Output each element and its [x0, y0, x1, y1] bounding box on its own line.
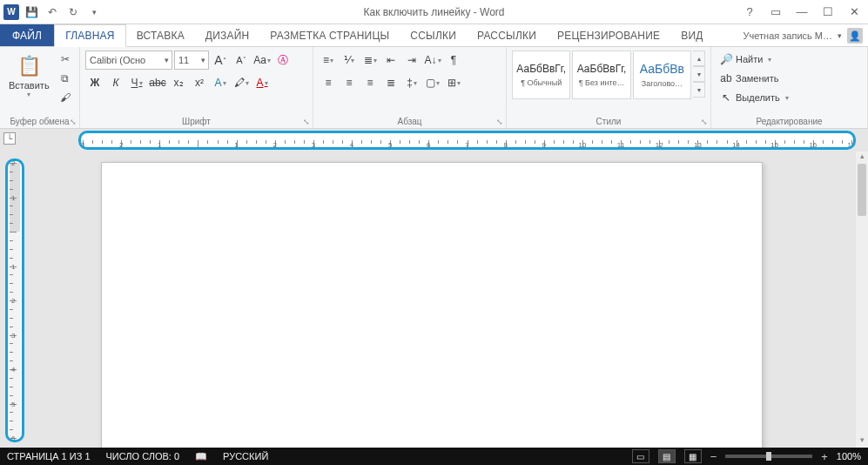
zoom-in-button[interactable]: +	[821, 450, 828, 463]
document-page[interactable]	[101, 162, 763, 448]
clear-formatting-icon[interactable]: Ⓐ	[273, 51, 293, 70]
undo-icon[interactable]: ↶	[44, 3, 61, 21]
zoom-out-button[interactable]: −	[710, 450, 717, 463]
tab-home[interactable]: ГЛАВНАЯ	[54, 24, 125, 47]
dialog-launcher-icon[interactable]: ⤡	[700, 118, 709, 126]
font-color-icon[interactable]: A	[252, 73, 272, 92]
align-left-icon[interactable]: ≡	[319, 73, 338, 92]
scroll-down-arrow[interactable]: ▾	[856, 435, 868, 448]
justify-icon[interactable]: ≣	[381, 73, 400, 92]
group-styles: АаБбВвГг, ¶ Обычный АаБбВвГг, ¶ Без инте…	[507, 47, 711, 128]
style-nospacing[interactable]: АаБбВвГг, ¶ Без инте…	[572, 51, 630, 99]
zoom-slider[interactable]	[725, 455, 812, 458]
select-button[interactable]: ↖Выделить▾	[717, 89, 862, 106]
bold-button[interactable]: Ж	[85, 73, 104, 92]
tab-insert[interactable]: ВСТАВКА	[126, 24, 195, 46]
bullets-icon[interactable]: ≡	[319, 51, 338, 70]
dialog-launcher-icon[interactable]: ⤡	[495, 118, 504, 126]
view-web-icon[interactable]: ▦	[684, 449, 702, 463]
group-label: Стили	[512, 115, 705, 126]
change-case-icon[interactable]: Aa	[252, 51, 272, 70]
status-proofing-icon[interactable]: 📖	[195, 451, 207, 462]
paste-button[interactable]: 📋 Вставить ▾	[5, 51, 53, 100]
style-normal[interactable]: АаБбВвГг, ¶ Обычный	[512, 51, 570, 99]
zoom-level[interactable]: 100%	[837, 451, 861, 462]
grow-font-icon[interactable]: A˄	[211, 51, 230, 70]
window-title: Как включить линейку - Word	[364, 6, 505, 18]
styles-scroll-down[interactable]: ▾	[693, 66, 705, 82]
help-icon[interactable]: ?	[739, 3, 760, 21]
highlight-icon[interactable]: 🖍	[232, 73, 251, 92]
style-heading1[interactable]: АаБбВв Заголово…	[633, 51, 691, 99]
chevron-down-icon: ▾	[838, 31, 842, 40]
view-print-icon[interactable]: ▤	[658, 449, 676, 463]
replace-button[interactable]: abЗаменить	[717, 70, 862, 87]
tab-design[interactable]: ДИЗАЙН	[195, 24, 260, 46]
strike-button[interactable]: abc	[148, 73, 167, 92]
word-app-icon[interactable]: W	[3, 4, 19, 20]
ribbon-options-icon[interactable]: ▭	[765, 3, 786, 21]
account-area[interactable]: Учетная запись М… ▾ 👤	[744, 24, 863, 47]
show-marks-icon[interactable]: ¶	[444, 51, 463, 70]
copy-icon[interactable]: ⧉	[57, 70, 74, 87]
maximize-icon[interactable]: ☐	[818, 3, 838, 21]
avatar[interactable]: 👤	[847, 28, 863, 44]
close-icon[interactable]: ✕	[844, 3, 865, 21]
tab-references[interactable]: ССЫЛКИ	[400, 24, 467, 46]
tab-view[interactable]: ВИД	[670, 24, 713, 46]
format-painter-icon[interactable]: 🖌	[57, 89, 74, 106]
zoom-handle[interactable]	[766, 452, 771, 461]
dialog-launcher-icon[interactable]: ⤡	[302, 118, 311, 126]
scroll-thumb[interactable]	[858, 164, 866, 216]
status-page[interactable]: СТРАНИЦА 1 ИЗ 1	[7, 451, 91, 462]
find-button[interactable]: 🔎Найти▾	[717, 51, 862, 68]
align-center-icon[interactable]: ≡	[340, 73, 359, 92]
group-font: Calibri (Осно 11 A˄ A˅ Aa Ⓐ Ж К Ч abc x₂…	[80, 47, 313, 128]
vertical-scrollbar[interactable]: ▴ ▾	[856, 152, 868, 448]
tab-review[interactable]: РЕЦЕНЗИРОВАНИЕ	[547, 24, 670, 46]
view-read-icon[interactable]: ▭	[632, 449, 649, 463]
numbering-icon[interactable]: ⅟	[340, 51, 359, 70]
font-size-combo[interactable]: 11	[174, 51, 209, 70]
shading-icon[interactable]: ▢	[423, 73, 442, 92]
increase-indent-icon[interactable]: ⇥	[402, 51, 421, 70]
tab-layout[interactable]: РАЗМЕТКА СТРАНИЦЫ	[259, 24, 400, 46]
horizontal-ruler-highlight: 3211234567891011121314151617	[78, 131, 856, 150]
replace-icon: ab	[720, 72, 732, 84]
line-spacing-icon[interactable]: ‡	[402, 73, 421, 92]
underline-button[interactable]: Ч	[127, 73, 146, 92]
minimize-icon[interactable]: —	[791, 3, 812, 21]
tab-file[interactable]: ФАЙЛ	[0, 24, 54, 46]
text-effects-icon[interactable]: A	[211, 73, 230, 92]
status-language[interactable]: РУССКИЙ	[223, 451, 268, 462]
scroll-up-arrow[interactable]: ▴	[856, 152, 868, 164]
tab-stop-selector[interactable]: └	[3, 132, 16, 145]
subscript-button[interactable]: x₂	[169, 73, 188, 92]
dialog-launcher-icon[interactable]: ⤡	[69, 118, 77, 126]
ribbon-tabs: ФАЙЛ ГЛАВНАЯ ВСТАВКА ДИЗАЙН РАЗМЕТКА СТР…	[0, 24, 868, 47]
save-icon[interactable]: 💾	[23, 3, 40, 21]
vertical-ruler[interactable]: 21123456	[10, 163, 20, 438]
status-words[interactable]: ЧИСЛО СЛОВ: 0	[106, 451, 180, 462]
borders-icon[interactable]: ⊞	[444, 73, 463, 92]
group-label: Буфер обмена	[5, 115, 74, 126]
sort-icon[interactable]: A↓	[423, 51, 442, 70]
font-name-combo[interactable]: Calibri (Осно	[85, 51, 172, 70]
align-right-icon[interactable]: ≡	[360, 73, 380, 92]
tab-mailings[interactable]: РАССЫЛКИ	[467, 24, 547, 46]
decrease-indent-icon[interactable]: ⇤	[381, 51, 400, 70]
group-label: Абзац	[319, 115, 501, 126]
qat-customize-icon[interactable]: ▾	[85, 3, 103, 21]
multilevel-icon[interactable]: ≣	[360, 51, 380, 70]
styles-scroll-up[interactable]: ▴	[693, 51, 705, 66]
cursor-icon: ↖	[720, 91, 732, 104]
italic-button[interactable]: К	[106, 73, 125, 92]
redo-icon[interactable]: ↻	[64, 3, 82, 21]
ribbon: 📋 Вставить ▾ ✂ ⧉ 🖌 Буфер обмена ⤡ Calibr…	[0, 47, 868, 129]
account-label: Учетная запись М…	[744, 30, 832, 41]
styles-expand[interactable]: ▾	[693, 82, 705, 98]
cut-icon[interactable]: ✂	[57, 51, 74, 68]
shrink-font-icon[interactable]: A˅	[232, 51, 251, 70]
title-bar: W 💾 ↶ ↻ ▾ Как включить линейку - Word ? …	[0, 0, 868, 24]
superscript-button[interactable]: x²	[190, 73, 209, 92]
